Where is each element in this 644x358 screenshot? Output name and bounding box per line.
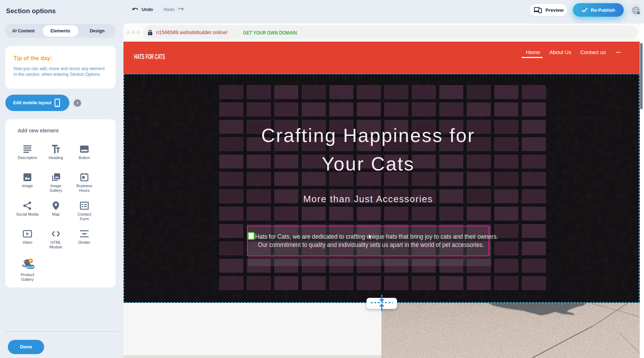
svg-text:SHOP: SHOP: [27, 265, 34, 269]
